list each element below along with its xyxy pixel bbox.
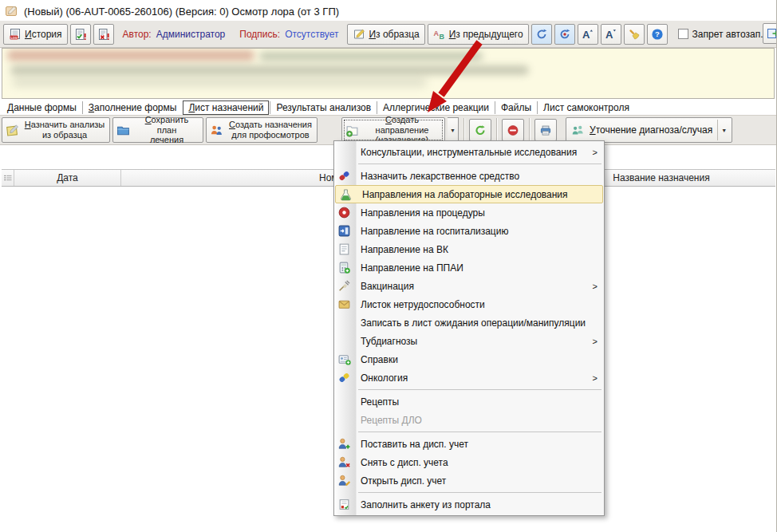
menu-item-label: Консультации, инструментальные исследова…	[361, 147, 577, 158]
people-icon	[210, 124, 223, 137]
cancel-prescription-button[interactable]	[502, 119, 524, 141]
submenu-arrow-icon: >	[593, 337, 598, 346]
author-label: Автор:	[123, 29, 152, 40]
tab-3[interactable]: Лист назначений	[183, 100, 269, 115]
svg-text:LOG: LOG	[10, 36, 17, 39]
signature-value: Отсутствует	[285, 29, 338, 40]
create-referral-dropdown-arrow[interactable]: ▼	[448, 117, 459, 143]
svg-text:A: A	[582, 29, 590, 41]
sign-reject-button[interactable]	[93, 24, 114, 45]
menu-item-label: Онкология	[361, 372, 408, 384]
document-note-icon	[5, 5, 18, 18]
save-plan-button[interactable]: Сохранить план лечения	[112, 117, 203, 143]
refine-diagnosis-button[interactable]: Уточнение диагноза/случая ▼	[566, 117, 732, 143]
menu-item-label: Справки	[361, 354, 398, 365]
svg-text:A: A	[605, 29, 613, 41]
menu-item-13[interactable]: Онкология>	[334, 368, 604, 387]
menu-item-3[interactable]: Направления на лабораторные исследования	[335, 185, 603, 203]
tab-2[interactable]: Заполнение формы	[82, 101, 183, 114]
menu-item-label: Направления на процедуры	[361, 207, 485, 219]
redacted-patient-info	[259, 52, 483, 61]
refresh-marked-icon	[558, 28, 571, 41]
tab-1[interactable]: Данные формы	[2, 101, 82, 114]
history-button[interactable]: LOG История	[3, 24, 68, 45]
tab-label: Аллергические реакции	[383, 102, 489, 113]
tab-4[interactable]: Результаты анализов	[270, 101, 377, 114]
patient-info-panel	[2, 48, 775, 99]
help-button[interactable]: ?	[647, 24, 668, 45]
clear-button[interactable]	[624, 24, 645, 45]
tab-5[interactable]: Аллергические реакции	[377, 101, 495, 114]
menu-item-8[interactable]: Вакцинация>	[334, 277, 604, 295]
assign-analyses-label: Назначить анализы из образца	[23, 120, 106, 140]
person-add-icon	[337, 437, 351, 451]
menu-item-label: Заполнить анкету из портала	[361, 499, 491, 510]
date-column-header[interactable]: Дата	[14, 170, 121, 186]
tab-label: Лист самоконтроля	[543, 102, 629, 113]
autofill-checkbox[interactable]	[678, 29, 688, 39]
tab-7[interactable]: Лист самоконтроля	[537, 101, 635, 114]
font-decrease-icon: A	[605, 28, 617, 41]
menu-separator	[358, 164, 601, 164]
menu-item-label: Снять с дисп. учета	[361, 457, 448, 468]
person-open-icon	[337, 474, 351, 487]
menu-item-5[interactable]: Направление на госпитализацию	[334, 222, 604, 240]
svg-text:?: ?	[655, 30, 660, 38]
save-plan-label: Сохранить план лечения	[134, 115, 199, 146]
from-previous-label: Из предыдущего	[449, 29, 523, 40]
menu-item-10[interactable]: Записать в лист ожидания операции/манипу…	[334, 313, 604, 332]
row-selector-column-header[interactable]	[2, 170, 14, 186]
menu-item-4[interactable]: Направления на процедуры	[334, 203, 604, 222]
menu-item-18[interactable]: Открыть дисп. учет	[334, 471, 604, 490]
menu-item-7[interactable]: Направление на ППАИ	[334, 258, 604, 277]
menu-item-label: Направление на госпитализацию	[361, 226, 508, 237]
menu-item-label: Направление на ППАИ	[361, 262, 463, 274]
submenu-arrow-icon: >	[593, 373, 598, 383]
form-portal-icon	[337, 498, 351, 511]
create-profexam-button[interactable]: Создать назначения для профосмотров	[206, 117, 318, 143]
printer-icon	[540, 124, 551, 137]
tab-6[interactable]: Файлы	[495, 101, 537, 114]
refresh-all-button[interactable]	[554, 24, 575, 45]
tab-label: Заполнение формы	[89, 102, 177, 113]
from-sample-button[interactable]: Из образца	[347, 24, 424, 45]
menu-item-17[interactable]: Снять с дисп. учета	[334, 453, 604, 471]
menu-item-1[interactable]: Консультации, инструментальные исследова…	[334, 143, 604, 161]
refine-diagnosis-dropdown-arrow[interactable]: ▼	[717, 120, 730, 140]
submenu-arrow-icon: >	[593, 148, 598, 157]
envelope-icon	[337, 298, 351, 311]
create-referral-button[interactable]: Создать направление (назначение)	[341, 117, 445, 143]
brush-icon	[628, 28, 641, 41]
assign-analyses-button[interactable]: Назначить анализы из образца	[2, 117, 110, 143]
document-title: (Новый) (06-AUT-0065-260106) (Версия: 0)…	[24, 6, 339, 18]
svg-text:А: А	[433, 30, 439, 37]
folder-icon	[116, 124, 130, 137]
menu-item-2[interactable]: Назначить лекарственное средство	[334, 167, 604, 185]
refresh-button[interactable]	[531, 24, 552, 45]
toolbar-separator	[529, 118, 530, 142]
document-titlebar: (Новый) (06-AUT-0065-260106) (Версия: 0)…	[5, 3, 339, 19]
people-teal-icon	[571, 124, 585, 137]
create-referral-menu: Консультации, инструментальные исследова…	[333, 140, 605, 516]
person-remove-icon	[337, 455, 351, 469]
export-icon	[767, 27, 777, 40]
main-toolbar: LOG История Автор: Администратор Подпись…	[0, 21, 776, 48]
menu-item-11[interactable]: Тубдиагнозы>	[334, 332, 604, 350]
redacted-patient-name	[7, 50, 254, 61]
menu-item-16[interactable]: Поставить на дисп. учет	[334, 435, 604, 453]
print-button[interactable]	[534, 119, 557, 141]
menu-item-9[interactable]: Листок нетрудоспособности	[334, 295, 604, 313]
menu-item-19[interactable]: Заполнить анкету из портала	[334, 495, 604, 514]
from-previous-button[interactable]: АВ Из предыдущего	[428, 24, 529, 45]
menu-item-14[interactable]: Рецепты	[334, 392, 604, 411]
pill-red-blue-icon	[337, 169, 351, 183]
sign-confirm-button[interactable]	[70, 24, 91, 45]
menu-item-12[interactable]: Справки	[334, 350, 604, 368]
svg-text:В: В	[439, 32, 444, 40]
export-button[interactable]	[763, 23, 777, 44]
font-decrease-button[interactable]: A	[601, 24, 621, 45]
refresh-list-button[interactable]	[469, 119, 491, 141]
menu-item-6[interactable]: Направление на ВК	[334, 240, 604, 258]
form-tabs: Данные формыЗаполнение формыЛист назначе…	[2, 100, 776, 115]
font-increase-button[interactable]: A	[578, 24, 598, 45]
